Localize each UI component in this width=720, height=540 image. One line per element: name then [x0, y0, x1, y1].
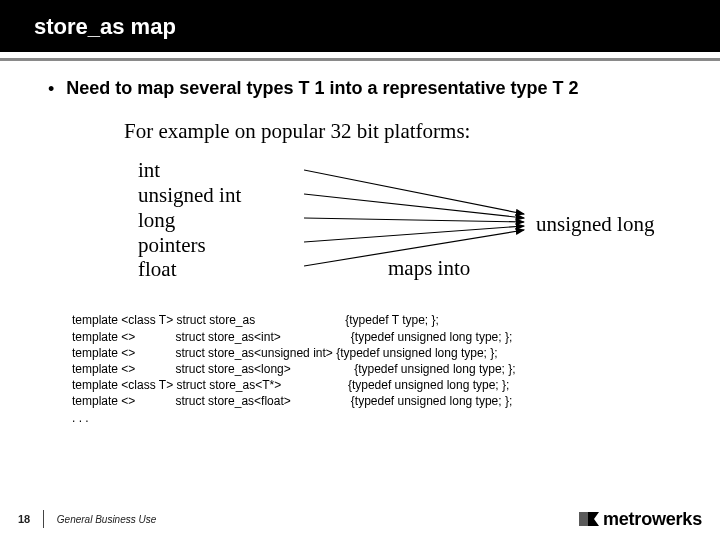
metrowerks-logo: metrowerks — [579, 509, 702, 530]
code-line: template <> struct store_as<long> {typed… — [72, 361, 696, 377]
footer: 18 General Business Use — [18, 510, 156, 528]
main-bullet: • Need to map several types T 1 into a r… — [48, 78, 696, 101]
source-type-list: int unsigned int long pointers float — [138, 158, 241, 282]
page-number: 18 — [18, 513, 30, 525]
maps-into-label: maps into — [388, 256, 470, 281]
code-ellipsis: . . . — [72, 410, 696, 426]
template-code-block: template <class T> struct store_as {type… — [72, 312, 696, 425]
code-line: template <> struct store_as<int> {typede… — [72, 329, 696, 345]
source-type-long: long — [138, 208, 241, 233]
slide-title: store_as map — [34, 14, 176, 39]
source-type-int: int — [138, 158, 241, 183]
footer-classification: General Business Use — [57, 514, 157, 525]
slide: store_as map • Need to map several types… — [0, 0, 720, 540]
svg-line-1 — [304, 194, 524, 218]
source-type-float: float — [138, 257, 241, 282]
type-mapping-diagram: int unsigned int long pointers float uns… — [138, 158, 696, 288]
bullet-text: Need to map several types T 1 into a rep… — [66, 78, 578, 99]
code-line: template <class T> struct store_as<T*> {… — [72, 377, 696, 393]
svg-line-0 — [304, 170, 524, 214]
logo-text: metrowerks — [603, 509, 702, 529]
target-type: unsigned long — [536, 212, 654, 237]
code-line: template <> struct store_as<unsigned int… — [72, 345, 696, 361]
example-subtitle: For example on popular 32 bit platforms: — [124, 119, 696, 144]
svg-line-3 — [304, 226, 524, 242]
svg-line-2 — [304, 218, 524, 222]
svg-marker-6 — [588, 512, 599, 526]
metrowerks-logo-icon — [579, 511, 599, 525]
source-type-unsigned-int: unsigned int — [138, 183, 241, 208]
content-area: • Need to map several types T 1 into a r… — [0, 52, 720, 426]
title-bar: store_as map — [0, 0, 720, 52]
svg-rect-5 — [579, 512, 588, 526]
bullet-dot-icon: • — [48, 78, 54, 101]
code-line: template <> struct store_as<float> {type… — [72, 393, 696, 409]
source-type-pointers: pointers — [138, 233, 241, 258]
footer-separator — [43, 510, 44, 528]
code-line: template <class T> struct store_as {type… — [72, 312, 696, 328]
title-accent-bar — [0, 58, 720, 61]
